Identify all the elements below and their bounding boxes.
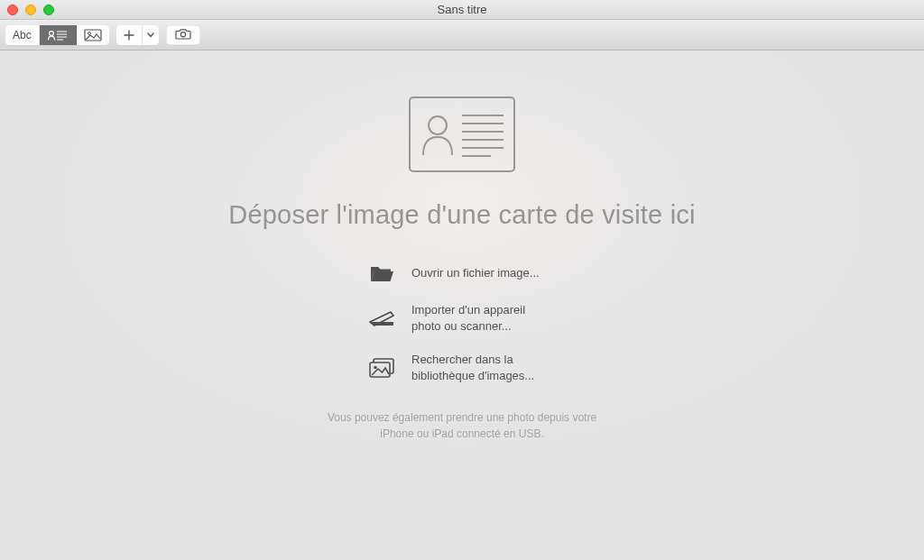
action-list: Ouvrir un fichier image... Importer d'un… bbox=[368, 262, 556, 383]
contact-mode-button[interactable] bbox=[40, 25, 77, 45]
view-mode-segmented: Abc bbox=[5, 25, 109, 45]
import-device-label: Importer d'un appareil photo ou scanner.… bbox=[411, 302, 556, 334]
svg-rect-5 bbox=[85, 30, 101, 41]
svg-point-7 bbox=[180, 32, 185, 36]
main-drop-zone[interactable]: Déposer l'image d'une carte de visite ic… bbox=[0, 50, 924, 560]
search-library-action[interactable]: Rechercher dans la bibliothèque d'images… bbox=[368, 352, 556, 383]
scanner-icon bbox=[368, 308, 395, 329]
add-segmented bbox=[116, 25, 159, 45]
svg-point-6 bbox=[88, 32, 90, 34]
window-title: Sans titre bbox=[0, 3, 924, 16]
image-mode-button[interactable] bbox=[77, 25, 109, 45]
zoom-window-button[interactable] bbox=[43, 5, 54, 15]
footer-note: Vous pouvez également prendre une photo … bbox=[318, 410, 606, 442]
search-library-label: Rechercher dans la bibliothèque d'images… bbox=[411, 352, 556, 383]
photo-library-icon bbox=[368, 357, 395, 379]
close-window-button[interactable] bbox=[7, 5, 18, 15]
import-device-action[interactable]: Importer d'un appareil photo ou scanner.… bbox=[368, 302, 556, 334]
svg-point-0 bbox=[49, 31, 53, 35]
open-file-label: Ouvrir un fichier image... bbox=[411, 265, 540, 281]
business-card-placeholder-icon bbox=[408, 96, 516, 173]
svg-rect-8 bbox=[410, 97, 514, 171]
open-file-action[interactable]: Ouvrir un fichier image... bbox=[368, 262, 556, 284]
text-mode-label: Abc bbox=[13, 29, 32, 41]
window-titlebar: Sans titre bbox=[0, 0, 924, 20]
window-controls bbox=[0, 5, 54, 15]
add-dropdown-button[interactable] bbox=[143, 25, 159, 45]
svg-point-18 bbox=[374, 365, 377, 369]
folder-open-icon bbox=[368, 262, 395, 284]
minimize-window-button[interactable] bbox=[25, 5, 36, 15]
image-icon bbox=[84, 29, 102, 41]
camera-button[interactable] bbox=[166, 25, 200, 45]
add-button[interactable] bbox=[116, 25, 143, 45]
chevron-down-icon bbox=[147, 32, 154, 38]
plus-icon bbox=[124, 30, 134, 41]
camera-icon bbox=[175, 28, 191, 42]
drop-zone-headline: Déposer l'image d'une carte de visite ic… bbox=[228, 200, 695, 230]
svg-point-9 bbox=[429, 116, 447, 134]
toolbar: Abc bbox=[0, 20, 924, 50]
text-mode-button[interactable]: Abc bbox=[5, 25, 40, 45]
contact-card-icon bbox=[47, 29, 69, 41]
